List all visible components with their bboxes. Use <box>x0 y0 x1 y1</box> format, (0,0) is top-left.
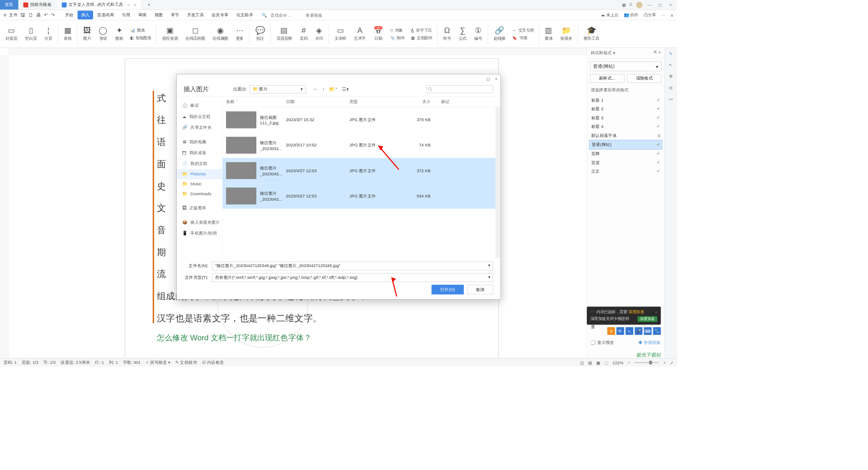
toast-close-icon[interactable]: × <box>655 310 657 314</box>
more-icon[interactable]: ⋯ <box>661 13 665 18</box>
side-resinsert[interactable]: 📦 插入资源夹图片 <box>177 217 222 228</box>
rail-edit-icon[interactable]: ✎ <box>669 52 673 56</box>
clear-format-button[interactable]: 清除格式 <box>627 74 661 83</box>
style-item[interactable]: 正文↲ <box>589 167 662 176</box>
ribbon-hyperlink[interactable]: 🔗超链接 <box>490 27 509 41</box>
rail-book-icon[interactable]: ▭ <box>669 97 673 102</box>
ime-mic-icon[interactable]: 🎤 <box>635 327 642 335</box>
print-icon[interactable]: 🖶 <box>36 12 41 18</box>
sb-row[interactable]: 行: 1 <box>95 360 104 366</box>
menu-section[interactable]: 章节 <box>167 10 183 19</box>
ribbon-pagenum[interactable]: #页码 <box>296 27 311 41</box>
side-shared[interactable]: 🔗 共享文件夹 <box>177 122 222 133</box>
ribbon-wordart[interactable]: A艺术字 <box>350 27 369 41</box>
print-preview-icon[interactable]: 🗋 <box>28 12 33 18</box>
filetype-combo[interactable]: 所有图片(*.emf;*.wmf;*.jpg;*.jpeg;*.jpe;*.pn… <box>212 273 493 282</box>
current-style-select[interactable]: 普通(网站)▾ <box>590 61 661 71</box>
dialog-search-input[interactable] <box>426 85 493 93</box>
file-list-scrollbar[interactable] <box>495 107 500 258</box>
redo-icon[interactable]: ↷ <box>51 12 55 18</box>
sb-zoom-out[interactable]: − <box>627 360 630 365</box>
file-row[interactable]: 微信图片_2023042... 2023/4/27 12:53 JPG 图片文件… <box>222 183 500 209</box>
ribbon-crossref[interactable]: ↔ 交叉引用 <box>512 28 534 33</box>
nav-view-icon[interactable]: ☰▾ <box>342 86 349 92</box>
ribbon-textbox[interactable]: ▭文本框 <box>331 27 349 41</box>
toast-accelerate-button[interactable]: 深度加速 <box>637 316 657 322</box>
sb-view1-icon[interactable]: ◫ <box>580 360 584 365</box>
sb-zoom[interactable]: 122% <box>613 360 623 365</box>
sb-contentcheck[interactable]: ☑ 内容检查 <box>202 360 224 366</box>
sb-col[interactable]: 列: 1 <box>109 360 118 366</box>
sb-zoom-slider[interactable] <box>634 362 659 363</box>
file-row[interactable]: 微信图片_2023031... 2023/3/17 10:52 JPG 图片文件… <box>222 132 500 158</box>
style-item[interactable]: 页眉↲ <box>589 158 662 167</box>
smart-layout-link[interactable]: ◆ 智能排版 <box>638 339 660 345</box>
layout-grid-icon[interactable]: ▦ <box>622 2 626 7</box>
sb-position[interactable]: 设置值: 2.5厘米 <box>61 360 90 366</box>
menu-dev[interactable]: 开发工具 <box>184 10 208 19</box>
ribbon-symbol[interactable]: Ω符号 <box>440 27 455 41</box>
cancel-button[interactable]: 取消 <box>467 285 494 294</box>
side-cloud[interactable]: ☁ 我的云文档 <box>177 111 222 122</box>
sb-wordcount[interactable]: 字数: 901 <box>123 360 141 366</box>
open-button[interactable]: 打开(O) <box>431 285 463 294</box>
side-gallery[interactable]: 🖼 正版图库 <box>177 202 222 213</box>
style-item[interactable]: 标题 1↲ <box>589 96 662 105</box>
col-size[interactable]: 大小 <box>399 99 441 104</box>
ribbon-pagebreak[interactable]: ¦分页 <box>41 27 56 41</box>
dialog-restore-icon[interactable]: ◻ <box>486 76 490 81</box>
menu-review[interactable]: 审阅 <box>135 10 150 19</box>
sb-section[interactable]: 节: 1/2 <box>43 360 56 366</box>
style-item[interactable]: 页脚↲ <box>589 150 662 159</box>
side-music[interactable]: 📁 Music <box>177 179 222 189</box>
ribbon-attach[interactable]: 📎 附件 <box>390 35 405 41</box>
ribbon-flowchart[interactable]: ◻在线流程图 <box>182 27 208 41</box>
style-item[interactable]: 标题 3↲ <box>589 113 662 122</box>
ribbon-bookmark[interactable]: 🔖 书签 <box>512 35 534 41</box>
ribbon-comment[interactable]: 💬批注 <box>252 27 269 41</box>
sb-proofread[interactable]: ✎ 文档校对 <box>175 360 197 366</box>
ribbon-numbering[interactable]: ①编号 <box>471 27 486 41</box>
ime-tool-icon[interactable]: 🔧 <box>653 327 661 335</box>
collab-button[interactable]: 👥 协作 <box>624 12 639 18</box>
col-date[interactable]: 日期 <box>286 99 349 104</box>
ribbon-form[interactable]: ▥窗体 <box>541 27 556 41</box>
ime-lang[interactable]: 中 <box>616 327 624 335</box>
menu-thesis[interactable]: 论文助手 <box>233 10 257 19</box>
side-pictures[interactable]: 📁 Pictures <box>177 169 222 179</box>
ribbon-object[interactable]: ◇ 对象 <box>390 28 405 33</box>
menu-pagelayout[interactable]: 页面布局 <box>94 10 118 19</box>
avatar[interactable] <box>636 2 642 8</box>
style-item[interactable]: 默认段落字体a <box>589 131 662 140</box>
side-recent[interactable]: 🕘 最近 <box>177 100 222 111</box>
ruler-horizontal[interactable] <box>9 48 677 55</box>
apps-icon[interactable]: ⠿ <box>629 2 632 7</box>
side-mydocs[interactable]: 📄 我的文档 <box>177 158 222 169</box>
ribbon-shape[interactable]: ◯形状 <box>95 27 111 41</box>
filename-combo[interactable]: "微信图片_20230427125348.jpg" "微信图片_20230427… <box>212 262 493 271</box>
menu-icon[interactable]: ≡ <box>4 12 6 18</box>
dialog-close-icon[interactable]: × <box>495 76 497 81</box>
panel-close-icon[interactable]: × <box>658 50 660 55</box>
sb-view3-icon[interactable]: ▦ <box>596 360 600 365</box>
ribbon-teaching[interactable]: 🎓教学工具 <box>580 27 603 41</box>
menu-reference[interactable]: 引用 <box>118 10 134 19</box>
tab-home[interactable]: 首页 <box>0 0 19 9</box>
menu-member[interactable]: 会员专享 <box>208 10 232 19</box>
ribbon-cover[interactable]: ▭封面页 <box>2 27 21 41</box>
tab-close-icon[interactable]: × <box>134 2 137 7</box>
minimize-button[interactable]: — <box>646 2 653 7</box>
template-search-input[interactable] <box>306 13 337 18</box>
sb-expand-icon[interactable]: ⤢ <box>670 360 674 365</box>
location-combo[interactable]: 📁 图片▾ <box>250 85 306 93</box>
ribbon-picture[interactable]: 🖼图片 <box>80 27 94 41</box>
col-name[interactable]: 名称 ˄ <box>226 99 286 104</box>
ribbon-blank[interactable]: ▯空白页 <box>22 27 40 41</box>
ime-bar[interactable]: S 中 •, 🎤 ⌨ 🔧 <box>607 327 661 335</box>
memory-toast[interactable]: 🛡内存已超标，需要 深度加速× 深度加速关闭卡顿进程深度加速 <box>587 307 661 325</box>
menu-start[interactable]: 开始 <box>61 10 77 19</box>
show-preview-check[interactable]: 显示预览 <box>591 339 614 345</box>
ime-logo-icon[interactable]: S <box>607 327 615 335</box>
ribbon-table[interactable]: ▦表格 <box>60 27 75 41</box>
file-row[interactable]: 微信截图111_2.jpg 2023/3/7 15:32 JPG 图片文件 37… <box>222 107 500 132</box>
